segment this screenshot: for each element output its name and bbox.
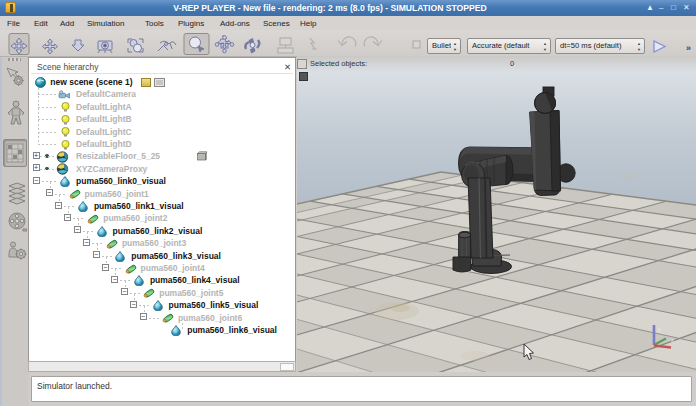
svg-text:y: y [658, 326, 661, 332]
svg-text:x: x [671, 337, 674, 343]
